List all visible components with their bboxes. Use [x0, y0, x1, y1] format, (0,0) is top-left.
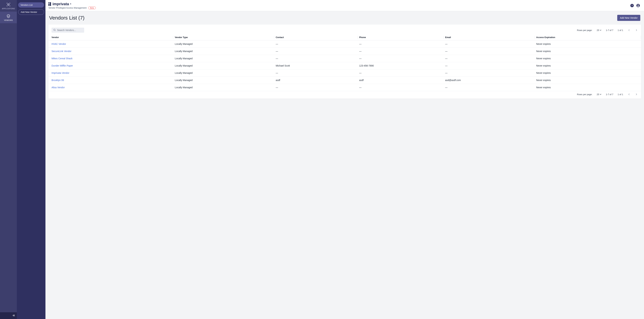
- prev-page-button[interactable]: [628, 29, 630, 32]
- chevrons-left-icon: [12, 314, 15, 317]
- cell-phone: —: [358, 69, 444, 77]
- range-text: 1-7 of 7: [606, 93, 613, 96]
- sidebar-item-label: Add New Vendor: [21, 11, 37, 13]
- beta-badge: Beta: [88, 7, 96, 9]
- cell-email: —: [443, 48, 534, 55]
- table-row: Imprivata VendorLocally Managed———Never …: [48, 69, 641, 77]
- col-vendor-type[interactable]: Vendor Type: [173, 34, 274, 41]
- table-row: Brooklyn 99Locally Managedasdfasdfasd@as…: [48, 77, 641, 84]
- cell-email: —: [443, 69, 534, 77]
- cube-scan-icon: [6, 2, 10, 7]
- svg-rect-0: [48, 2, 50, 3]
- cell-expiration: Never expires: [534, 48, 641, 55]
- vendor-link[interactable]: Alisa Vendor: [52, 86, 65, 89]
- cell-contact: —: [274, 55, 358, 62]
- cell-contact: —: [274, 41, 358, 48]
- sidebar: Vendors List Add New Vendor: [17, 0, 46, 319]
- brand-subtitle-row: Vendor Privileged Access Management Beta: [48, 7, 96, 9]
- table-row: Alisa VendorLocally Managed———Never expi…: [48, 84, 641, 91]
- col-label: Vendor: [52, 36, 59, 39]
- search-input[interactable]: [57, 29, 82, 32]
- pagination-top: Rows per page: 25 1-7 of 7 1 of 1: [577, 29, 638, 32]
- col-contact[interactable]: Contact: [274, 34, 358, 41]
- add-new-vendor-button[interactable]: Add New Vendor: [617, 15, 640, 21]
- cell-vendor-type: Locally Managed: [173, 55, 274, 62]
- cell-contact: Michael Scott: [274, 62, 358, 69]
- cell-contact: —: [274, 84, 358, 91]
- sidebar-item-vendors-list[interactable]: Vendors List: [18, 2, 44, 8]
- svg-point-7: [54, 29, 55, 31]
- svg-point-6: [638, 5, 639, 6]
- col-access-expiration[interactable]: Access Expiration: [534, 34, 641, 41]
- table-row: Mikes Cereal ShackLocally Managed———Neve…: [48, 55, 641, 62]
- col-vendor[interactable]: Vendor: [48, 34, 173, 41]
- cell-vendor-type: Locally Managed: [173, 62, 274, 69]
- vendors-card: Rows per page: 25 1-7 of 7 1 of 1 Vendor…: [48, 25, 641, 99]
- col-label: Access Expiration: [536, 36, 555, 39]
- col-label: Phone: [359, 36, 366, 39]
- sidebar-item-label: Vendors List: [20, 4, 33, 6]
- page-text: 1 of 1: [618, 29, 623, 32]
- vendors-table: Vendor Vendor Type Contact Phone Email A…: [48, 34, 641, 91]
- cell-phone: —: [358, 84, 444, 91]
- cell-contact: —: [274, 69, 358, 77]
- cell-vendor-type: Locally Managed: [173, 77, 274, 84]
- svg-rect-1: [48, 4, 50, 6]
- vendor-link[interactable]: Mikes Cereal Shack: [52, 57, 72, 60]
- vendor-link[interactable]: Imprivata Vendor: [52, 72, 69, 74]
- sidebar-item-add-new-vendor[interactable]: Add New Vendor: [18, 9, 44, 15]
- rows-per-page-select[interactable]: 25: [597, 29, 602, 32]
- cell-phone: asdf: [358, 77, 444, 84]
- brand-title: imprivata®: [48, 2, 96, 6]
- search-field[interactable]: [52, 28, 84, 33]
- brand-name: imprivata: [52, 2, 69, 6]
- page-text: 1 of 1: [618, 93, 623, 96]
- nav-rail: APPLICATIONS VENDORS: [0, 0, 17, 319]
- col-email[interactable]: Email: [443, 34, 534, 41]
- search-icon: [53, 29, 56, 32]
- vendor-link[interactable]: SecureLink Vendor: [52, 50, 71, 53]
- col-label: Email: [445, 36, 451, 39]
- registered-mark: ®: [70, 3, 71, 5]
- cell-email: —: [443, 62, 534, 69]
- main: imprivata® Vendor Privileged Access Mana…: [46, 0, 644, 319]
- pagination-bottom: Rows per page: 25 1-7 of 7 1 of 1: [577, 93, 638, 96]
- next-page-button[interactable]: [635, 93, 638, 96]
- col-label: Vendor Type: [175, 36, 188, 39]
- caret-down-icon: [600, 29, 602, 32]
- table-row: Dunder Mifflin PaperLocally ManagedMicha…: [48, 62, 641, 69]
- collapse-sidebar-button[interactable]: [12, 313, 16, 318]
- rows-per-page-select[interactable]: 25: [597, 93, 602, 96]
- cell-email: —: [443, 55, 534, 62]
- nav-rail-applications[interactable]: APPLICATIONS: [0, 0, 17, 12]
- cell-expiration: Never expires: [534, 77, 641, 84]
- prev-page-button[interactable]: [628, 93, 630, 96]
- page-body: Vendors List (7) Add New Vendor Rows per…: [46, 11, 644, 319]
- brand-logo-icon: [48, 2, 52, 6]
- cell-vendor-type: Locally Managed: [173, 48, 274, 55]
- vendor-link[interactable]: Brooklyn 99: [52, 79, 64, 82]
- cell-expiration: Never expires: [534, 55, 641, 62]
- svg-rect-2: [50, 2, 51, 6]
- page-title: Vendors List (7): [49, 15, 84, 21]
- cell-expiration: Never expires: [534, 69, 641, 77]
- cell-vendor-type: Locally Managed: [173, 84, 274, 91]
- rows-per-page-value: 25: [597, 93, 599, 96]
- shield-check-icon: [6, 14, 10, 18]
- cell-phone: —: [358, 48, 444, 55]
- cell-phone: —: [358, 55, 444, 62]
- cell-expiration: Never expires: [534, 41, 641, 48]
- vendor-link[interactable]: Dunder Mifflin Paper: [52, 64, 73, 67]
- vendor-link[interactable]: HVAC Vendor: [52, 43, 66, 45]
- help-button[interactable]: ?: [630, 4, 634, 8]
- col-phone[interactable]: Phone: [358, 34, 444, 41]
- page-header: Vendors List (7) Add New Vendor: [48, 15, 641, 21]
- range-text: 1-7 of 7: [606, 29, 613, 32]
- nav-rail-vendors[interactable]: VENDORS: [0, 12, 17, 23]
- svg-text:?: ?: [632, 4, 633, 7]
- account-button[interactable]: [636, 4, 640, 8]
- cell-expiration: Never expires: [534, 84, 641, 91]
- rows-per-page-label: Rows per page:: [577, 29, 592, 32]
- rows-per-page-value: 25: [597, 29, 599, 32]
- next-page-button[interactable]: [635, 29, 638, 32]
